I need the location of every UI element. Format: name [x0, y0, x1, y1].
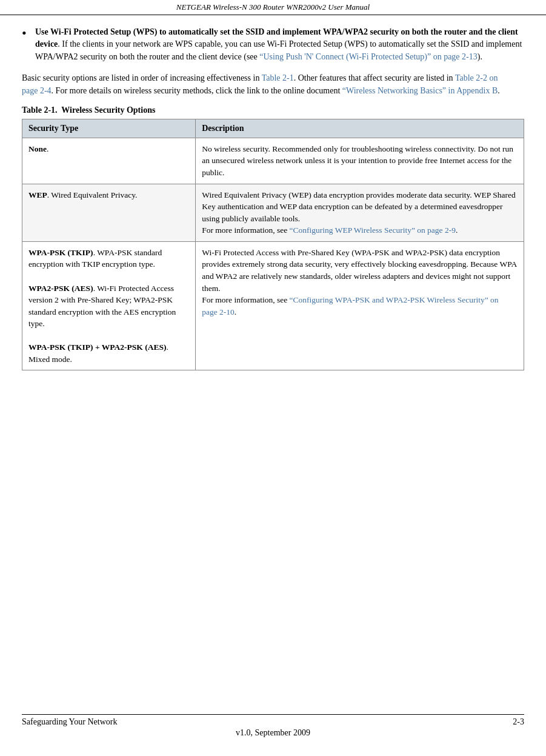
footer-row: Safeguarding Your Network 2-3 — [0, 715, 546, 727]
bullet-link[interactable]: “Using Push 'N' Connect (Wi-Fi Protected… — [259, 52, 477, 61]
table-caption: Table 2-1. Wireless Security Options — [22, 105, 524, 115]
table-row: None. No wireless security. Recommended … — [22, 138, 524, 184]
wep-config-link[interactable]: “Configuring WEP Wireless Security” on p… — [290, 226, 456, 235]
description-wep: Wired Equivalent Privacy (WEP) data encr… — [196, 184, 524, 241]
page-wrapper: NETGEAR Wireless-N 300 Router WNR2000v2 … — [0, 0, 546, 756]
security-type-wpa: WPA-PSK (TKIP). WPA-PSK standard encrypt… — [22, 241, 196, 370]
footer-version: v1.0, September 2009 — [0, 727, 546, 738]
intro-paragraph: Basic security options are listed in ord… — [22, 72, 524, 97]
footer-left: Safeguarding Your Network — [22, 717, 117, 727]
page-header: NETGEAR Wireless-N 300 Router WNR2000v2 … — [0, 0, 546, 15]
wpa-config-link[interactable]: “Configuring WPA-PSK and WPA2-PSK Wirele… — [202, 295, 498, 316]
wpa2-aes-bold: WPA2-PSK (AES) — [28, 284, 93, 293]
wep-text: . Wired Equivalent Privacy. — [47, 190, 138, 199]
table-row: WEP. Wired Equivalent Privacy. Wired Equ… — [22, 184, 524, 241]
security-type-wep: WEP. Wired Equivalent Privacy. — [22, 184, 196, 241]
wep-bold: WEP — [28, 190, 47, 199]
table-row: WPA-PSK (TKIP). WPA-PSK standard encrypt… — [22, 241, 524, 370]
wpa-tkip-bold: WPA-PSK (TKIP) — [28, 248, 93, 257]
header-title: NETGEAR Wireless-N 300 Router WNR2000v2 … — [176, 2, 370, 12]
main-content: • Use Wi-Fi Protected Setup (WPS) to aut… — [0, 15, 546, 714]
col-header-description: Description — [196, 119, 524, 138]
security-options-table: Security Type Description None. No wirel… — [22, 119, 524, 371]
description-none: No wireless security. Recommended only f… — [196, 138, 524, 184]
col-header-security-type: Security Type — [22, 119, 196, 138]
description-wpa: Wi-Fi Protected Access with Pre-Shared K… — [196, 241, 524, 370]
security-type-none: None. — [22, 138, 196, 184]
footer-right: 2-3 — [513, 717, 524, 727]
bullet-text: Use Wi-Fi Protected Setup (WPS) to autom… — [35, 26, 524, 63]
wpa-mixed-bold: WPA-PSK (TKIP) + WPA2-PSK (AES) — [28, 343, 166, 352]
appendix-b-link[interactable]: “Wireless Networking Basics” in Appendix… — [342, 86, 498, 95]
none-dot: . — [47, 144, 48, 153]
bullet-section: • Use Wi-Fi Protected Setup (WPS) to aut… — [22, 26, 524, 63]
bullet-dot: • — [22, 26, 35, 63]
none-bold: None — [28, 144, 47, 153]
bullet-end-text: ). — [478, 52, 482, 61]
table-2-1-link[interactable]: Table 2-1 — [262, 73, 294, 82]
